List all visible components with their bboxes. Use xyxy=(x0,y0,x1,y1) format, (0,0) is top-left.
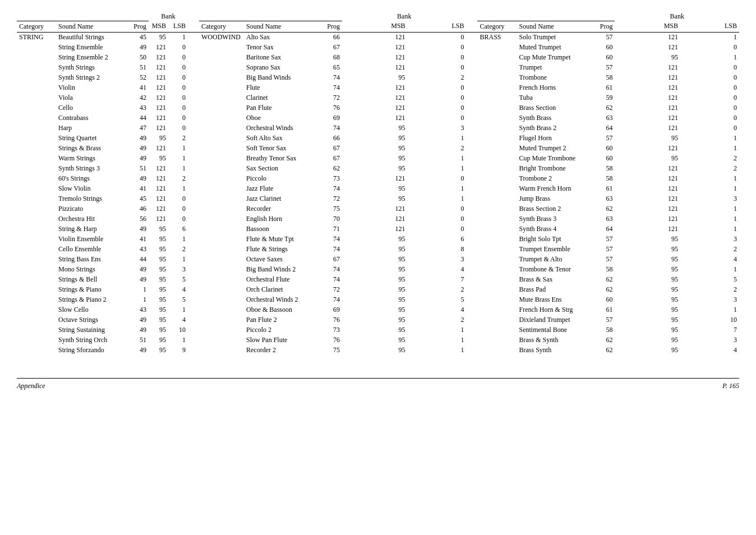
lsb-1-15: 1 xyxy=(408,184,467,194)
msb-2-20: 95 xyxy=(615,234,680,245)
sound-name-2-10: Flugel Horn xyxy=(517,133,595,144)
prog-2-8: 63 xyxy=(595,113,615,123)
sound-name-1-14: Piccolo xyxy=(244,174,322,184)
spacer-2 xyxy=(466,224,477,234)
sound-name-0-15: Slow Violin xyxy=(56,184,129,194)
sound-name-0-16: Tremolo Strings xyxy=(56,194,129,204)
table-row: Synth Strings 2521210Big Band Winds74952… xyxy=(17,73,739,83)
msb-2-6: 121 xyxy=(615,93,680,103)
spacer-1 xyxy=(188,32,199,43)
table-row: Slow Violin411211Jazz Flute74951Warm Fre… xyxy=(17,184,739,194)
category-1-25 xyxy=(199,285,244,295)
lsb-0-14: 2 xyxy=(168,174,188,184)
category-2-9 xyxy=(477,123,517,133)
lsb-1-26: 5 xyxy=(408,295,467,305)
msb-0-28: 95 xyxy=(149,315,168,325)
sound-name-1-24: Orchestral Flute xyxy=(244,275,322,285)
spacer-1 xyxy=(188,275,199,285)
sound-name-2-5: French Horns xyxy=(517,83,595,93)
category-2-6 xyxy=(477,93,517,103)
category-0-5 xyxy=(17,83,56,93)
sound-name-0-12: Warm Strings xyxy=(56,154,129,164)
category-1-10 xyxy=(199,133,244,144)
spacer-1 xyxy=(188,214,199,224)
sound-name-2-30: Brass & Synth xyxy=(517,335,595,345)
prog-0-1: 49 xyxy=(129,43,149,53)
col-spacer2 xyxy=(466,11,477,21)
spacer-1 xyxy=(188,83,199,93)
lsb-2-13: 2 xyxy=(680,164,739,174)
spacer-1 xyxy=(188,245,199,255)
spacer-2 xyxy=(466,43,477,53)
col-header-prog3 xyxy=(595,11,615,21)
sound-name-1-25: Orch Clarinet xyxy=(244,285,322,295)
lsb-1-17: 0 xyxy=(408,204,467,214)
msb-0-9: 121 xyxy=(149,123,168,133)
lsb-2-20: 3 xyxy=(680,234,739,245)
prog-2-18: 63 xyxy=(595,214,615,224)
msb-1-15: 95 xyxy=(342,184,408,194)
lsb-1-0: 0 xyxy=(408,32,467,43)
spacer-2 xyxy=(466,315,477,325)
msb-2-2: 95 xyxy=(615,53,680,63)
sound-name-1-12: Breathy Tenor Sax xyxy=(244,154,322,164)
lsb-0-17: 0 xyxy=(168,204,188,214)
table-row: Harp471210Orchestral Winds74953Synth Bra… xyxy=(17,123,739,133)
msb-1-12: 95 xyxy=(342,154,408,164)
sound-name-0-22: String Bass Ens xyxy=(56,255,129,265)
category-0-29 xyxy=(17,325,56,335)
prog-1-27: 69 xyxy=(322,305,342,315)
sound-name-1-19: Bassoon xyxy=(244,224,322,234)
sound-name-2-16: Jump Brass xyxy=(517,194,595,204)
category-1-9 xyxy=(199,123,244,133)
sound-name-0-20: Violin Ensemble xyxy=(56,234,129,245)
main-table: Bank Bank xyxy=(17,11,739,356)
msb-2-21: 95 xyxy=(615,245,680,255)
prog-1-7: 76 xyxy=(322,103,342,113)
lsb-2-0: 1 xyxy=(680,32,739,43)
lsb-1-3: 0 xyxy=(408,63,467,73)
category-2-7 xyxy=(477,103,517,113)
category-0-7 xyxy=(17,103,56,113)
msb-0-29: 95 xyxy=(149,325,168,335)
category-2-30 xyxy=(477,335,517,345)
category-2-8 xyxy=(477,113,517,123)
spacer-1 xyxy=(188,335,199,345)
category-0-14 xyxy=(17,174,56,184)
sound-name-0-10: String Quartet xyxy=(56,133,129,144)
sound-name-0-29: String Sustaining xyxy=(56,325,129,335)
msb-2-4: 121 xyxy=(615,73,680,83)
sound-name-1-6: Clarinet xyxy=(244,93,322,103)
sound-name-2-12: Cup Mute Trombone xyxy=(517,154,595,164)
lsb-2-4: 0 xyxy=(680,73,739,83)
sound-name-0-7: Cello xyxy=(56,103,129,113)
prog-0-31: 49 xyxy=(129,345,149,356)
spacer-1 xyxy=(188,194,199,204)
lsb-2-22: 4 xyxy=(680,255,739,265)
category-1-7 xyxy=(199,103,244,113)
lsb-1-4: 2 xyxy=(408,73,467,83)
sound-name-2-14: Trombone 2 xyxy=(517,174,595,184)
lsb-0-1: 0 xyxy=(168,43,188,53)
sound-name-2-25: Brass Pad xyxy=(517,285,595,295)
category-1-16 xyxy=(199,194,244,204)
msb-0-30: 95 xyxy=(149,335,168,345)
footer-right: P. 165 xyxy=(722,382,739,390)
category-1-13 xyxy=(199,164,244,174)
spacer-1 xyxy=(188,234,199,245)
sound-name-2-23: Trombone & Tenor xyxy=(517,265,595,275)
spacer-2 xyxy=(466,234,477,245)
col-header-category2 xyxy=(199,11,244,21)
prog-0-19: 49 xyxy=(129,224,149,234)
th-sound2: Sound Name xyxy=(244,21,322,32)
lsb-0-12: 1 xyxy=(168,154,188,164)
spacer-1 xyxy=(188,154,199,164)
sound-name-1-0: Alto Sax xyxy=(244,32,322,43)
category-0-17 xyxy=(17,204,56,214)
category-2-27 xyxy=(477,305,517,315)
prog-1-26: 74 xyxy=(322,295,342,305)
sound-name-1-18: English Horn xyxy=(244,214,322,224)
category-1-6 xyxy=(199,93,244,103)
lsb-0-19: 6 xyxy=(168,224,188,234)
category-2-21 xyxy=(477,245,517,255)
